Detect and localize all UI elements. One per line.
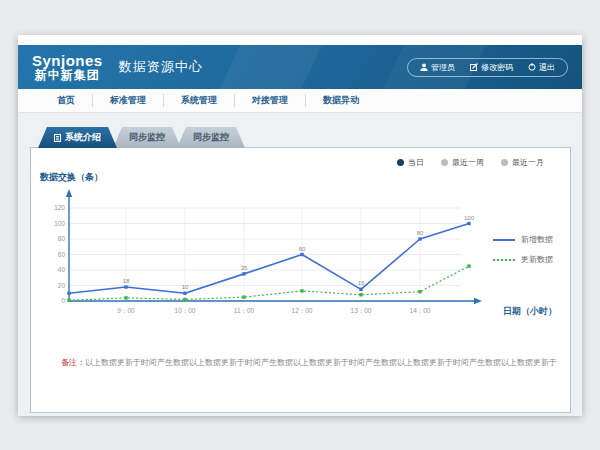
desktop: { "header": { "logo_text": "Synjones", "… xyxy=(0,0,600,450)
power-icon xyxy=(528,63,536,71)
chart-panel: 当日 最近一周 最近一月 数据交换（条） 0204060801001209：00… xyxy=(30,147,571,413)
tab-sync-monitor-2[interactable]: 同步监控 xyxy=(177,127,245,148)
svg-text:100: 100 xyxy=(464,215,475,221)
svg-text:18: 18 xyxy=(123,278,130,284)
range-option-label: 最近一周 xyxy=(452,157,484,168)
admin-label: 管理员 xyxy=(431,62,455,73)
svg-text:100: 100 xyxy=(54,220,65,227)
legend-item-update-data: 更新数据 xyxy=(493,254,553,265)
user-controls: 管理员 修改密码 退出 xyxy=(407,58,568,77)
tab-label: 系统介绍 xyxy=(65,131,101,144)
svg-text:15: 15 xyxy=(358,280,365,286)
logout-label: 退出 xyxy=(539,62,555,73)
svg-text:60: 60 xyxy=(58,251,66,258)
radio-dot-icon xyxy=(397,159,404,166)
svg-text:60: 60 xyxy=(299,246,306,252)
svg-text:10: 10 xyxy=(182,284,189,290)
line-chart: 0204060801001209：0010：0011：0012：0013：001… xyxy=(41,186,511,326)
tab-label: 同步监控 xyxy=(129,131,165,144)
svg-text:11：00: 11：00 xyxy=(234,307,255,314)
svg-text:40: 40 xyxy=(58,266,66,273)
svg-text:20: 20 xyxy=(58,282,66,289)
nav-item-standard-mgmt[interactable]: 标准管理 xyxy=(92,94,163,107)
range-option-label: 最近一月 xyxy=(512,157,544,168)
chart-title: 数据交换（条） xyxy=(40,171,103,184)
change-password-label: 修改密码 xyxy=(481,62,513,73)
legend-label: 新增数据 xyxy=(521,234,553,245)
tab-label: 同步监控 xyxy=(193,131,229,144)
range-option-last-month[interactable]: 最近一月 xyxy=(501,157,544,168)
page-card: Synjones 新中新集团 数据资源中心 管理员 修改密码 xyxy=(18,35,582,415)
user-icon xyxy=(420,63,428,71)
legend-line-solid-icon xyxy=(493,239,515,241)
footnote: 备注：以上数据更新于时间产生数据以上数据更新于时间产生数据以上数据更新于时间产生… xyxy=(61,357,562,368)
edit-icon xyxy=(470,63,478,71)
tab-system-intro[interactable]: 系统介绍 xyxy=(38,127,117,148)
brand-logo-text: Synjones xyxy=(32,53,103,69)
svg-text:13：00: 13：00 xyxy=(351,307,372,314)
logout-button[interactable]: 退出 xyxy=(528,62,555,73)
svg-text:35: 35 xyxy=(241,265,248,271)
range-option-last-week[interactable]: 最近一周 xyxy=(441,157,484,168)
svg-text:120: 120 xyxy=(54,204,65,211)
app-title: 数据资源中心 xyxy=(119,58,203,76)
range-option-label: 当日 xyxy=(408,157,424,168)
svg-text:12：00: 12：00 xyxy=(292,307,313,314)
tab-bar: 系统介绍 同步监控 同步监控 xyxy=(38,127,245,148)
admin-menu[interactable]: 管理员 xyxy=(420,62,455,73)
legend-item-new-data: 新增数据 xyxy=(493,234,553,245)
footnote-text: 以上数据更新于时间产生数据以上数据更新于时间产生数据以上数据更新于时间产生数据以… xyxy=(85,358,557,367)
app-header: Synjones 新中新集团 数据资源中心 管理员 修改密码 xyxy=(18,45,582,89)
range-filter: 当日 最近一周 最近一月 xyxy=(397,157,544,168)
nav-item-interface-mgmt[interactable]: 对接管理 xyxy=(234,94,305,107)
main-nav: 首页 标准管理 系统管理 对接管理 数据异动 xyxy=(18,89,582,113)
range-option-today[interactable]: 当日 xyxy=(397,157,424,168)
svg-text:80: 80 xyxy=(417,230,424,236)
nav-item-system-mgmt[interactable]: 系统管理 xyxy=(163,94,234,107)
svg-text:9：00: 9：00 xyxy=(117,307,135,314)
nav-item-home[interactable]: 首页 xyxy=(40,94,92,107)
x-axis-label: 日期（小时） xyxy=(503,305,557,318)
svg-text:0: 0 xyxy=(61,297,65,304)
change-password-button[interactable]: 修改密码 xyxy=(470,62,513,73)
legend-label: 更新数据 xyxy=(521,254,553,265)
legend-line-dotted-icon xyxy=(493,259,515,261)
brand-logo: Synjones 新中新集团 xyxy=(32,53,103,81)
chart-legend: 新增数据 更新数据 xyxy=(493,234,553,265)
radio-dot-icon xyxy=(501,159,508,166)
document-icon xyxy=(54,134,61,142)
svg-text:10：00: 10：00 xyxy=(175,307,196,314)
content-area: 系统介绍 同步监控 同步监控 当日 最近一周 xyxy=(18,113,582,416)
radio-dot-icon xyxy=(441,159,448,166)
footnote-prefix: 备注： xyxy=(61,358,85,367)
tab-sync-monitor-1[interactable]: 同步监控 xyxy=(113,127,181,148)
nav-item-data-change[interactable]: 数据异动 xyxy=(305,94,376,107)
svg-text:80: 80 xyxy=(58,235,66,242)
brand-logo-subtext: 新中新集团 xyxy=(32,69,103,82)
svg-text:14：00: 14：00 xyxy=(410,307,431,314)
